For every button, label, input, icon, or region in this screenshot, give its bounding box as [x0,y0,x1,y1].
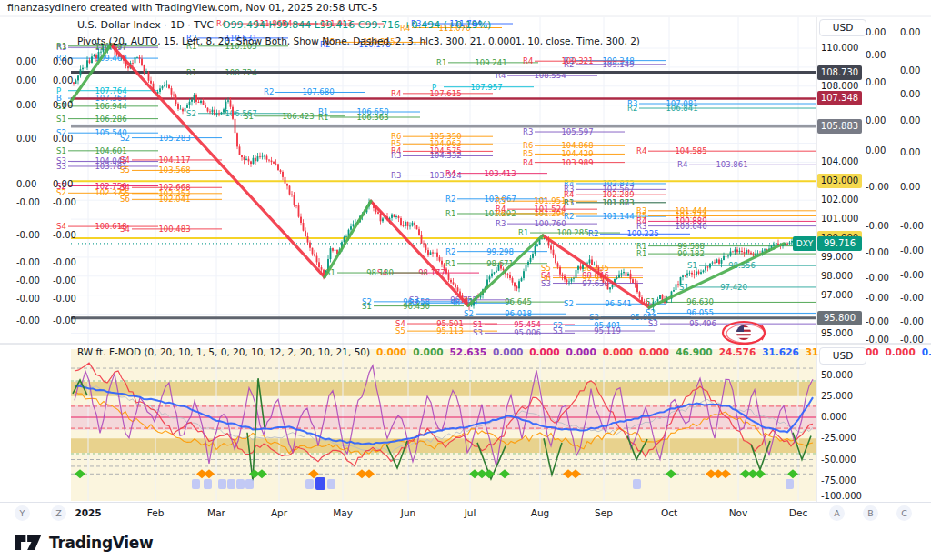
candle-body [86,60,88,67]
candle-body [503,269,505,271]
symbol-header[interactable]: U.S. Dollar Index · 1D · TVC O99.494 H99… [77,19,491,31]
currency-unit-button-lower[interactable]: USD [819,347,866,365]
time-axis-label[interactable]: Dec [789,507,807,518]
left-scale-value: -0.00 [16,315,40,325]
tradingview-logo[interactable]: TradingView [15,533,153,553]
candle-body [145,72,147,73]
candle-body [253,158,255,164]
chart-canvas[interactable]: R3110.037R1110.107R2109.469P107.764B107.… [0,0,931,560]
time-axis-label[interactable]: Apr [271,507,287,518]
zigzag-line [111,45,325,277]
candle-body [726,256,727,257]
time-axis-label[interactable]: Feb [147,507,165,518]
pivot-price: 99.182 [677,249,705,258]
left-scale-value: -0.00 [53,230,76,240]
pivot-label: S2 [409,298,419,307]
candle-body [744,252,746,254]
indicator-pivots-row[interactable]: Pivots (20, AUTO, 15, Left, 8, 20, Show … [77,35,640,46]
right-scale-value: 0.00 [900,147,920,157]
candle-body [409,225,411,226]
pivot-price: 106.841 [666,104,697,113]
signal-square [633,479,641,489]
pivot-label: R1 [636,249,646,258]
time-axis-label[interactable]: Aug [531,507,550,518]
candle-body [400,218,402,225]
time-axis-label[interactable]: Jun [401,507,415,518]
candle-body [621,273,623,274]
candle-body [150,81,152,84]
pivot-label: R4 [496,205,506,214]
candle-body [212,110,214,113]
candle-body [80,69,82,75]
right-scale-value: -0.00 [900,293,924,303]
time-axis-label[interactable]: 2025 [75,507,101,518]
price-tick: 98.000 [821,271,853,281]
price-tick: 99.000 [821,252,853,262]
indicator-rw-row[interactable]: RW ft. F-MOD (0, 20, 10, 1, 5, 0, 20, 10… [77,346,931,357]
candle-body [557,263,559,267]
pivot-price: 106.286 [95,115,126,124]
candle-body [345,236,347,237]
rw-title[interactable]: RW ft. F-MOD (0, 20, 10, 1, 5, 0, 20, 10… [77,346,370,357]
corner-button-c[interactable]: C [896,505,912,521]
time-axis-label[interactable]: May [333,507,353,518]
candle-body [407,222,409,226]
candle-body [677,284,679,285]
price-badge: 105.883 [817,119,862,134]
candle-body [177,104,179,109]
right-scale-value: 0.00 [866,115,886,125]
right-scale-value: -0.00 [900,335,924,345]
candle-body [544,238,546,239]
candle-body [257,156,259,161]
zigzag-line [325,201,371,277]
candle-body [736,249,738,252]
time-axis-label[interactable]: Sep [595,507,613,518]
left-scale-value: -0.00 [16,257,40,267]
candle-body [403,225,405,226]
time-range-button-y[interactable]: Y [15,505,30,521]
candle-body [148,72,150,81]
candle-body [298,205,300,216]
pivot-label: R3 [391,151,401,160]
candle-body [245,159,247,160]
rw-status-value: 46.900 [676,346,713,357]
time-axis-label[interactable]: Jul [465,507,476,518]
candle-body [718,259,720,263]
candle-body [82,68,84,69]
candle-body [300,217,302,223]
candle-body [241,155,243,157]
pivot-label: R2 [264,87,274,96]
time-axis[interactable]: 2025FebMarAprMayJunJulAugSepOctNovDecYZA… [0,502,931,524]
candle-body [280,170,282,172]
time-axis-label[interactable]: Mar [207,507,225,518]
corner-button-a[interactable]: A [829,505,845,521]
pivot-label: R4 [445,169,455,178]
right-scale-value: 0.00 [900,182,920,192]
pivot-price: 101.524 [534,205,566,214]
candle-body [786,244,788,245]
right-scale-value: -0.00 [866,273,889,283]
candle-body [696,271,697,275]
time-axis-label[interactable]: Oct [661,507,677,518]
candle-body [721,260,723,264]
currency-unit-button-main[interactable]: USD [819,19,866,36]
candle-body [735,249,736,252]
candle-body [185,108,186,112]
candle-body [746,250,747,254]
candle-body [195,95,197,102]
candle-body [453,282,455,284]
candle-body [573,278,575,279]
pivot-price: 95.006 [514,328,541,337]
pivot-label: S2 [56,188,66,197]
candle-body [162,86,164,88]
right-scale-value: -0.00 [900,270,924,280]
candle-body [750,253,752,255]
candle-body [523,271,525,278]
pivot-price: 103.413 [484,169,516,178]
time-axis-label[interactable]: Nov [729,507,748,518]
candle-body [703,270,705,272]
left-scale-value: -0.00 [53,257,76,267]
symbol-title[interactable]: U.S. Dollar Index · 1D · TVC [77,19,214,31]
time-range-button-z[interactable]: Z [51,505,66,521]
corner-button-b[interactable]: B [863,505,878,521]
